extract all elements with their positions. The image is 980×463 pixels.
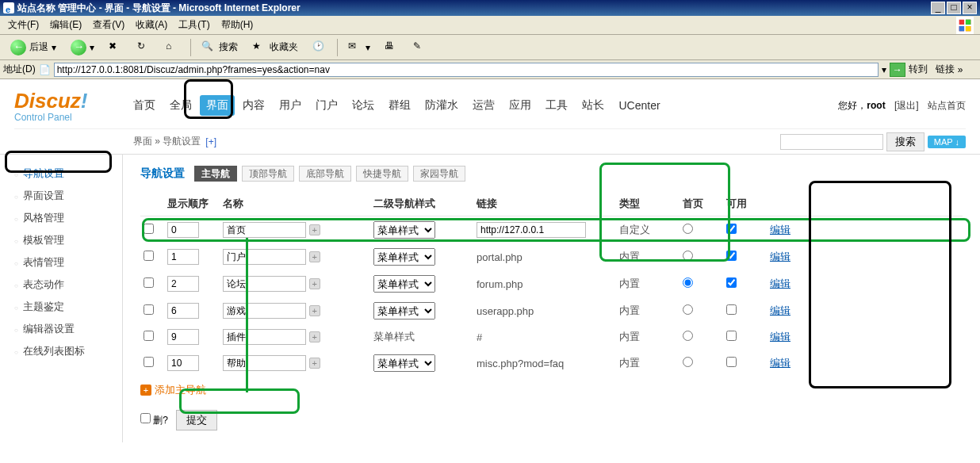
close-button[interactable]: × [963,2,977,14]
expand-icon[interactable]: + [309,331,320,342]
dropdown-icon[interactable]: ▾ [882,64,886,75]
main-nav-item[interactable]: 应用 [503,95,538,116]
enabled-checkbox[interactable] [726,277,737,288]
stop-button[interactable]: ✖ [103,38,128,57]
delete-checkbox-label[interactable]: 删? [140,413,168,427]
style-select[interactable]: 菜单样式 [373,248,435,266]
edit-link[interactable]: 编辑 [770,357,791,369]
mail-button[interactable]: ✉▾ [343,38,376,57]
main-nav-item[interactable]: 门户 [309,95,344,116]
forward-button[interactable]: ▾ [65,37,100,58]
minimize-button[interactable]: _ [931,2,945,14]
menu-favorites[interactable]: 收藏(A) [131,17,172,33]
sidebar-item[interactable]: 编辑器设置 [0,318,122,340]
links-label[interactable]: 链接 [936,63,955,76]
admin-search-input[interactable] [780,134,883,150]
edit-button[interactable]: ✎ [408,38,433,57]
enabled-checkbox[interactable] [726,331,737,341]
add-nav-button[interactable]: +添加主导航 [140,377,963,404]
sidebar-item[interactable]: 主题鉴定 [0,296,122,318]
expand-icon[interactable]: + [309,224,320,235]
order-input[interactable] [167,222,199,238]
print-button[interactable]: 🖶 [379,38,404,57]
map-button[interactable]: MAP ↓ [928,136,966,148]
chevron-right-icon[interactable]: » [958,64,963,75]
name-input[interactable] [223,329,306,345]
search-button[interactable]: 🔍搜索 [196,38,243,57]
sidebar-item[interactable]: 在线列表图标 [0,340,122,362]
tab-item[interactable]: 顶部导航 [242,166,294,182]
tab-item[interactable]: 快捷导航 [356,166,408,182]
menu-help[interactable]: 帮助(H) [216,17,258,33]
sidebar-item[interactable]: 表情管理 [0,251,122,274]
order-input[interactable] [167,355,199,371]
sidebar-item[interactable]: 模板管理 [0,229,122,251]
home-radio[interactable] [683,277,693,288]
home-radio[interactable] [683,357,693,367]
site-home-link[interactable]: 站点首页 [928,100,966,111]
menu-tools[interactable]: 工具(T) [174,17,214,33]
maximize-button[interactable]: □ [947,2,961,14]
main-nav-item[interactable]: 用户 [273,95,308,116]
enabled-checkbox[interactable] [726,251,737,261]
menu-file[interactable]: 文件(F) [3,17,44,33]
logout-link[interactable]: [退出] [894,100,919,111]
expand-icon[interactable]: + [309,251,320,262]
submit-button[interactable]: 提交 [176,410,217,430]
sidebar-item[interactable]: 导航设置 [0,163,122,185]
home-radio[interactable] [683,304,693,315]
main-nav-item[interactable]: 运营 [466,95,501,116]
tab-item[interactable]: 家园导航 [413,166,465,182]
row-checkbox[interactable] [144,304,154,315]
main-nav-item[interactable]: UCenter [612,96,666,115]
refresh-button[interactable]: ↻ [132,38,157,57]
enabled-checkbox[interactable] [726,357,737,367]
home-radio[interactable] [683,224,693,234]
delete-checkbox[interactable] [140,413,151,423]
row-checkbox[interactable] [144,357,154,367]
menu-view[interactable]: 查看(V) [88,17,129,33]
sidebar-item[interactable]: 风格管理 [0,207,122,229]
name-input[interactable] [223,222,306,238]
tab-item[interactable]: 底部导航 [299,166,351,182]
edit-link[interactable]: 编辑 [770,304,791,316]
row-checkbox[interactable] [144,277,154,288]
name-input[interactable] [223,355,306,371]
order-input[interactable] [167,276,199,292]
main-nav-item[interactable]: 工具 [539,95,574,116]
name-input[interactable] [223,249,306,265]
expand-icon[interactable]: + [309,305,320,316]
home-radio[interactable] [683,251,693,261]
admin-search-button[interactable]: 搜索 [886,132,924,151]
breadcrumb-plus[interactable]: [+] [205,136,216,147]
style-select[interactable]: 菜单样式 [373,354,435,372]
main-nav-item[interactable]: 内容 [236,95,271,116]
name-input[interactable] [223,276,306,292]
address-input[interactable] [54,63,879,77]
menu-edit[interactable]: 编辑(E) [45,17,86,33]
main-nav-item[interactable]: 界面 [200,95,235,116]
style-select[interactable]: 菜单样式 [373,221,435,239]
history-button[interactable]: 🕑 [307,38,332,57]
style-select[interactable]: 菜单样式 [373,302,435,320]
main-nav-item[interactable]: 防灌水 [419,95,465,116]
main-nav-item[interactable]: 群组 [382,95,417,116]
order-input[interactable] [167,329,199,345]
edit-link[interactable]: 编辑 [770,277,791,289]
order-input[interactable] [167,249,199,265]
row-checkbox[interactable] [144,251,154,261]
expand-icon[interactable]: + [309,278,320,289]
main-nav-item[interactable]: 站长 [576,95,611,116]
row-checkbox[interactable] [144,331,154,341]
enabled-checkbox[interactable] [726,304,737,315]
home-radio[interactable] [683,331,693,341]
enabled-checkbox[interactable] [726,224,737,234]
main-nav-item[interactable]: 首页 [127,95,162,116]
sidebar-item[interactable]: 表态动作 [0,274,122,296]
main-nav-item[interactable]: 全局 [163,95,198,116]
expand-icon[interactable]: + [309,358,320,369]
main-nav-item[interactable]: 论坛 [346,95,381,116]
tab-item[interactable]: 主导航 [194,166,237,182]
style-select[interactable]: 菜单样式 [373,275,435,293]
name-input[interactable] [223,303,306,319]
